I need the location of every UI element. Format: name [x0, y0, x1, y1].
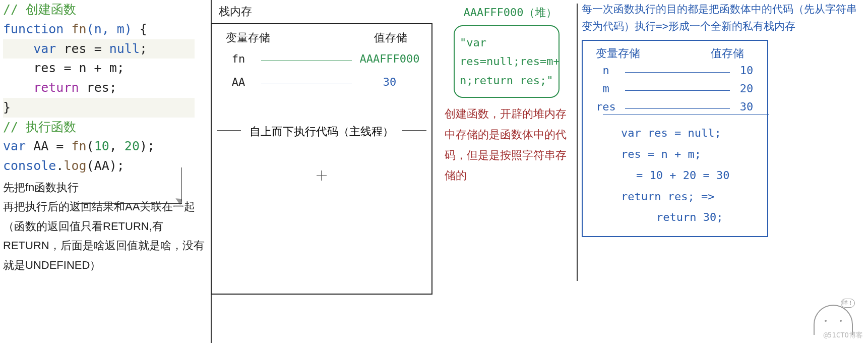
- arrow-line: [261, 84, 352, 84]
- priv-row-res: res 30: [591, 97, 759, 116]
- call-close: );: [140, 139, 155, 153]
- arrow-line: [625, 108, 730, 109]
- dot: .: [56, 158, 64, 173]
- trace-line: return 30;: [621, 207, 759, 228]
- arrow-line: [625, 90, 730, 91]
- code-column: // 创建函数 function fn(n, m) { var res = nu…: [3, 0, 210, 275]
- var-name: AA: [221, 76, 256, 88]
- fn-name: fn: [71, 22, 86, 36]
- var-name: n: [591, 64, 621, 77]
- id-res: res: [56, 41, 94, 56]
- private-stack-column: 每一次函数执行的目的都是把函数体中的代码（先从字符串变为代码）执行=>形成一个全…: [582, 1, 864, 237]
- stack-box: 变量存储 值存储 fn AAAFFF000 AA 30 自上而下执行代码（主线程…: [211, 23, 432, 295]
- trace-line: = 10 + 20 = 30: [621, 165, 759, 186]
- var-value: 30: [357, 76, 422, 88]
- call-fn: fn: [71, 139, 86, 153]
- code-comment-exec: // 执行函数: [3, 120, 76, 134]
- brace-close: }: [3, 100, 11, 115]
- stack-row-aa: AA 30: [221, 72, 422, 92]
- trace-line: return res; =>: [621, 186, 759, 207]
- var-name: res: [591, 100, 621, 113]
- heap-column: AAAFFF000（堆） "var res=null;res=m+ n;retu…: [445, 2, 576, 186]
- watermark: @51CTO博客: [823, 331, 863, 340]
- log-args: (AA);: [87, 158, 125, 173]
- heap-explanation: 创建函数，开辟的堆内存中存储的是函数体中的代码，但是是按照字符串存储的: [445, 104, 571, 186]
- comma: ,: [109, 139, 125, 153]
- stack-midline-label: 自上而下执行代码（主线程）: [241, 124, 402, 139]
- lit-20: 20: [125, 139, 140, 153]
- code-explanation: 先把fn函数执行 再把执行后的返回结果和AA关联在一起 （函数的返回值只看RET…: [3, 178, 210, 275]
- kw-var2: var: [3, 139, 26, 153]
- kw-return: return: [33, 80, 79, 95]
- var-value: AAAFFF000: [357, 52, 422, 65]
- heap-title: AAAFFF000（堆）: [445, 5, 576, 20]
- kw-var: var: [33, 41, 56, 56]
- id-aa: AA =: [26, 139, 71, 153]
- private-stack-box: 变量存储 值存储 n 10 m 20 res 30 var res = null…: [582, 40, 768, 237]
- expl-line: 再把执行后的返回结果和AA关联在一起: [3, 197, 210, 217]
- heap-code-line: "var: [460, 33, 553, 52]
- log: log: [64, 158, 86, 173]
- private-intro: 每一次函数执行的目的都是把函数体中的代码（先从字符串变为代码）执行=>形成一个全…: [582, 1, 864, 35]
- heap-box: "var res=null;res=m+ n;return res;": [454, 25, 560, 98]
- var-value: 10: [734, 64, 759, 77]
- crosshair-icon: [317, 170, 327, 181]
- var-value: 20: [734, 82, 759, 95]
- mascot-face-icon: 咩！: [814, 305, 853, 335]
- arrow-line: [625, 72, 730, 73]
- private-code-trace: var res = null; res = n + m; = 10 + 20 =…: [621, 123, 759, 228]
- console: console: [3, 158, 56, 173]
- var-name: m: [591, 82, 621, 95]
- source-code: // 创建函数 function fn(n, m) { var res = nu…: [3, 0, 210, 176]
- op-eq: =: [94, 41, 109, 56]
- lit-10: 10: [94, 139, 109, 153]
- private-header: 变量存储 值存储: [591, 46, 759, 61]
- code-comment-create: // 创建函数: [3, 2, 76, 17]
- trace-line: var res = null;: [621, 123, 759, 144]
- expl-line: 先把fn函数执行: [3, 178, 210, 198]
- brace-open: {: [132, 22, 147, 36]
- var-name: fn: [221, 52, 256, 65]
- hdr-var: 变量存储: [596, 46, 640, 61]
- semi: ;: [140, 41, 147, 56]
- mascot-bubble: 咩！: [841, 299, 855, 308]
- hdr-val: 值存储: [711, 46, 744, 61]
- var-value: 30: [734, 100, 759, 113]
- arrow-line: [261, 61, 352, 61]
- heap-code-line: res=null;res=m+: [460, 52, 553, 71]
- kw-function: function: [3, 22, 64, 36]
- priv-row-n: n 10: [591, 61, 759, 79]
- fn-args: (n, m): [87, 22, 132, 36]
- priv-row-m: m 20: [591, 79, 759, 97]
- hdr-val: 值存储: [374, 30, 407, 45]
- expl-line: （函数的返回值只看RETURN,有RETURN，后面是啥返回值就是啥，没有就是U…: [3, 217, 210, 275]
- stack-row-fn: fn AAAFFF000: [221, 48, 422, 69]
- stack-header: 变量存储 值存储: [221, 30, 422, 45]
- hdr-var: 变量存储: [226, 30, 270, 45]
- trace-line: res = n + m;: [621, 144, 759, 165]
- lit-null: null: [109, 41, 140, 56]
- divider-2: [577, 4, 578, 281]
- call-open: (: [87, 139, 94, 153]
- code-line-assign: res = n + m;: [3, 61, 125, 75]
- heap-code-line: n;return res;": [460, 71, 553, 90]
- return-expr: res;: [79, 80, 117, 95]
